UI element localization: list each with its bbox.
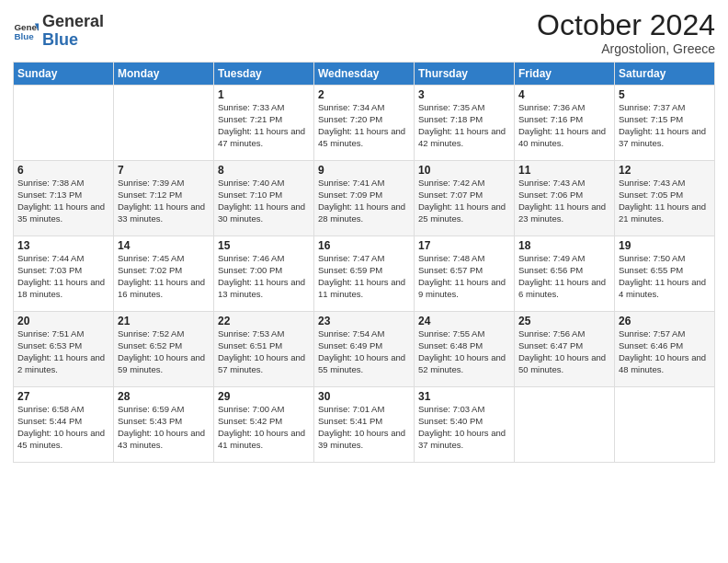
day-info: Sunrise: 7:50 AM Sunset: 6:55 PM Dayligh… [619,253,711,300]
day-info: Sunrise: 7:56 AM Sunset: 6:47 PM Dayligh… [518,328,610,375]
weekday-header-row: Sunday Monday Tuesday Wednesday Thursday… [14,63,715,86]
calendar-cell: 14Sunrise: 7:45 AM Sunset: 7:02 PM Dayli… [114,236,214,312]
day-number: 1 [218,88,310,101]
day-info: Sunrise: 7:36 AM Sunset: 7:16 PM Dayligh… [518,102,610,149]
day-number: 21 [118,315,210,327]
day-info: Sunrise: 7:38 AM Sunset: 7:13 PM Dayligh… [17,178,109,224]
day-info: Sunrise: 7:49 AM Sunset: 6:56 PM Dayligh… [518,253,610,300]
header: General Blue General Blue October 2024 A… [13,9,715,56]
day-info: Sunrise: 7:55 AM Sunset: 6:48 PM Dayligh… [418,328,510,375]
day-info: Sunrise: 7:44 AM Sunset: 7:03 PM Dayligh… [17,253,109,300]
day-info: Sunrise: 7:51 AM Sunset: 6:53 PM Dayligh… [17,328,109,375]
day-number: 16 [318,239,410,252]
calendar-cell: 13Sunrise: 7:44 AM Sunset: 7:03 PM Dayli… [14,236,114,312]
calendar-cell: 3Sunrise: 7:35 AM Sunset: 7:18 PM Daylig… [415,86,515,161]
logo-general: General [42,12,104,30]
day-number: 11 [518,164,610,177]
day-number: 2 [318,88,410,101]
day-info: Sunrise: 7:34 AM Sunset: 7:20 PM Dayligh… [318,102,410,149]
calendar-cell: 27Sunrise: 6:58 AM Sunset: 5:44 PM Dayli… [14,387,114,463]
calendar-cell: 10Sunrise: 7:42 AM Sunset: 7:07 PM Dayli… [415,161,515,236]
day-info: Sunrise: 7:03 AM Sunset: 5:40 PM Dayligh… [418,404,510,451]
calendar-table: Sunday Monday Tuesday Wednesday Thursday… [13,62,715,463]
day-info: Sunrise: 7:00 AM Sunset: 5:42 PM Dayligh… [218,404,310,451]
day-number: 15 [218,239,310,252]
day-info: Sunrise: 7:46 AM Sunset: 7:00 PM Dayligh… [218,253,310,300]
day-info: Sunrise: 6:59 AM Sunset: 5:43 PM Dayligh… [118,404,210,451]
day-number: 7 [118,164,210,177]
header-tuesday: Tuesday [214,63,314,86]
calendar-cell: 19Sunrise: 7:50 AM Sunset: 6:55 PM Dayli… [615,236,715,312]
calendar-cell: 8Sunrise: 7:40 AM Sunset: 7:10 PM Daylig… [214,161,314,236]
day-number: 31 [418,390,510,403]
calendar-week-2: 13Sunrise: 7:44 AM Sunset: 7:03 PM Dayli… [14,236,715,312]
day-number: 3 [418,88,510,101]
day-number: 30 [318,390,410,403]
day-info: Sunrise: 7:48 AM Sunset: 6:57 PM Dayligh… [418,253,510,300]
day-number: 12 [619,164,711,177]
calendar-week-0: 1Sunrise: 7:33 AM Sunset: 7:21 PM Daylig… [14,86,715,161]
day-info: Sunrise: 7:01 AM Sunset: 5:41 PM Dayligh… [318,404,410,451]
calendar-cell: 4Sunrise: 7:36 AM Sunset: 7:16 PM Daylig… [515,86,615,161]
day-info: Sunrise: 7:53 AM Sunset: 6:51 PM Dayligh… [218,328,310,375]
calendar-cell [114,86,214,161]
day-info: Sunrise: 7:33 AM Sunset: 7:21 PM Dayligh… [218,102,310,149]
title-block: October 2024 Argostolion, Greece [537,9,715,56]
day-info: Sunrise: 7:57 AM Sunset: 6:46 PM Dayligh… [619,328,711,375]
svg-text:General: General [14,21,39,31]
calendar-week-1: 6Sunrise: 7:38 AM Sunset: 7:13 PM Daylig… [14,161,715,236]
day-number: 13 [17,239,109,252]
day-number: 25 [518,315,610,327]
day-number: 18 [518,239,610,252]
svg-text:Blue: Blue [14,31,34,41]
day-number: 20 [17,315,109,327]
day-number: 27 [17,390,109,403]
day-info: Sunrise: 7:45 AM Sunset: 7:02 PM Dayligh… [118,253,210,300]
day-info: Sunrise: 7:47 AM Sunset: 6:59 PM Dayligh… [318,253,410,300]
calendar-cell: 20Sunrise: 7:51 AM Sunset: 6:53 PM Dayli… [14,312,114,387]
calendar-cell [14,86,114,161]
calendar-cell: 22Sunrise: 7:53 AM Sunset: 6:51 PM Dayli… [214,312,314,387]
calendar-week-3: 20Sunrise: 7:51 AM Sunset: 6:53 PM Dayli… [14,312,715,387]
day-number: 22 [218,315,310,327]
day-info: Sunrise: 7:35 AM Sunset: 7:18 PM Dayligh… [418,102,510,149]
calendar-cell: 26Sunrise: 7:57 AM Sunset: 6:46 PM Dayli… [615,312,715,387]
calendar-cell: 31Sunrise: 7:03 AM Sunset: 5:40 PM Dayli… [415,387,515,463]
header-monday: Monday [114,63,214,86]
day-number: 14 [118,239,210,252]
calendar-cell: 25Sunrise: 7:56 AM Sunset: 6:47 PM Dayli… [515,312,615,387]
location-subtitle: Argostolion, Greece [537,41,715,56]
header-saturday: Saturday [615,63,715,86]
header-thursday: Thursday [415,63,515,86]
day-number: 10 [418,164,510,177]
day-number: 8 [218,164,310,177]
day-info: Sunrise: 7:37 AM Sunset: 7:15 PM Dayligh… [619,102,711,149]
page: General Blue General Blue October 2024 A… [0,0,728,563]
day-info: Sunrise: 7:43 AM Sunset: 7:05 PM Dayligh… [619,178,711,224]
day-info: Sunrise: 7:52 AM Sunset: 6:52 PM Dayligh… [118,328,210,375]
logo-blue: Blue [42,30,78,49]
calendar-cell: 21Sunrise: 7:52 AM Sunset: 6:52 PM Dayli… [114,312,214,387]
day-number: 17 [418,239,510,252]
day-number: 23 [318,315,410,327]
day-number: 26 [619,315,711,327]
calendar-cell: 12Sunrise: 7:43 AM Sunset: 7:05 PM Dayli… [615,161,715,236]
header-friday: Friday [515,63,615,86]
header-sunday: Sunday [14,63,114,86]
day-info: Sunrise: 7:54 AM Sunset: 6:49 PM Dayligh… [318,328,410,375]
day-number: 4 [518,88,610,101]
calendar-cell: 30Sunrise: 7:01 AM Sunset: 5:41 PM Dayli… [314,387,415,463]
month-title: October 2024 [537,9,715,41]
header-wednesday: Wednesday [314,63,415,86]
calendar-cell: 29Sunrise: 7:00 AM Sunset: 5:42 PM Dayli… [214,387,314,463]
calendar-cell [515,387,615,463]
day-info: Sunrise: 7:42 AM Sunset: 7:07 PM Dayligh… [418,178,510,224]
day-number: 29 [218,390,310,403]
calendar-cell: 9Sunrise: 7:41 AM Sunset: 7:09 PM Daylig… [314,161,415,236]
calendar-cell: 1Sunrise: 7:33 AM Sunset: 7:21 PM Daylig… [214,86,314,161]
calendar-cell: 2Sunrise: 7:34 AM Sunset: 7:20 PM Daylig… [314,86,415,161]
day-info: Sunrise: 7:43 AM Sunset: 7:06 PM Dayligh… [518,178,610,224]
calendar-cell: 17Sunrise: 7:48 AM Sunset: 6:57 PM Dayli… [415,236,515,312]
calendar-week-4: 27Sunrise: 6:58 AM Sunset: 5:44 PM Dayli… [14,387,715,463]
calendar-cell [615,387,715,463]
